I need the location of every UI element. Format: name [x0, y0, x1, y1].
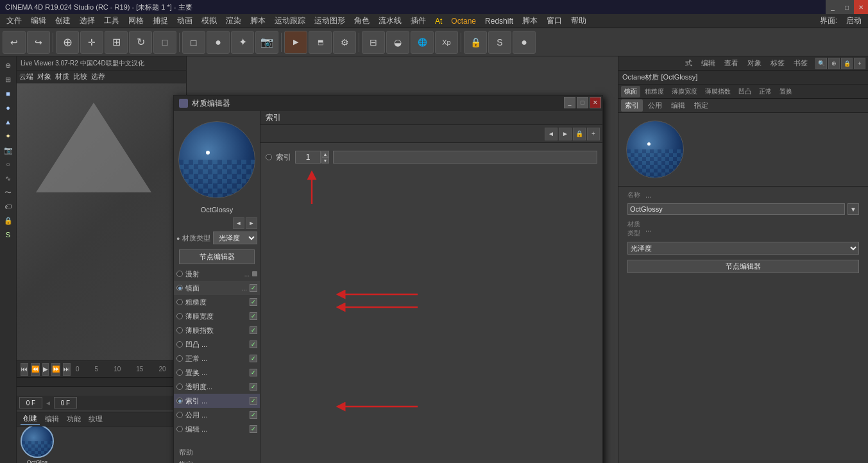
right-nav-lock[interactable]: 🔒: [573, 128, 586, 140]
menu-render[interactable]: 渲染: [222, 14, 245, 28]
rmp-node-editor-btn[interactable]: 节点编辑器: [627, 260, 859, 273]
viewport[interactable]: [17, 83, 186, 360]
sidebar-null-icon[interactable]: ○: [2, 158, 15, 171]
prop-mirror[interactable]: 镜面 ... ✓: [174, 281, 260, 295]
sidebar-select-icon[interactable]: ⊕: [2, 59, 15, 72]
lv-select[interactable]: 选荐: [91, 72, 105, 81]
rmp-name-icon[interactable]: ▼: [847, 203, 859, 215]
menu-sim[interactable]: 模拟: [198, 14, 221, 28]
menu-octane[interactable]: Octane: [447, 15, 480, 27]
tl-next[interactable]: ⏩: [51, 363, 60, 376]
sidebar-cube-icon[interactable]: ■: [2, 87, 15, 100]
prop-edit[interactable]: 编辑 ... ✓: [174, 422, 260, 436]
rmp-ptab-normal[interactable]: 正常: [756, 86, 775, 97]
rmp-tab-bookmark[interactable]: 书签: [790, 57, 812, 69]
rmp-sub-assign[interactable]: 指定: [690, 99, 712, 112]
dialog-maximize[interactable]: □: [577, 97, 588, 108]
toolbar-environ[interactable]: 🌐: [411, 31, 434, 54]
toolbar-select[interactable]: ⊕: [56, 31, 79, 54]
lv-object[interactable]: 对象: [37, 72, 51, 81]
toolbar-floor[interactable]: ⊟: [362, 31, 385, 54]
dialog-close[interactable]: ✕: [590, 97, 601, 108]
sidebar-camera-icon[interactable]: 📷: [2, 144, 15, 156]
sidebar-tag-icon[interactable]: 🏷: [2, 200, 15, 213]
mat-nav-prev[interactable]: ◄: [233, 217, 244, 229]
menu-create[interactable]: 创建: [51, 14, 74, 28]
rmp-tab-style[interactable]: 式: [681, 57, 696, 69]
prop-bump[interactable]: 凹凸 ... ✓: [174, 337, 260, 351]
rmp-ptab-film-ior[interactable]: 薄膜指数: [702, 86, 734, 97]
rmp-sub-index[interactable]: 索引: [621, 99, 643, 112]
toolbar-xpresso[interactable]: Xp: [435, 31, 458, 54]
toolbar-extra2[interactable]: S: [488, 31, 511, 54]
menu-mesh[interactable]: 网格: [124, 14, 148, 28]
rmp-sub-common[interactable]: 公用: [644, 99, 666, 112]
prop-normal[interactable]: 正常 ... ✓: [174, 351, 260, 366]
menu-snap[interactable]: 捕捉: [149, 14, 172, 28]
dialog-minimize[interactable]: _: [564, 97, 575, 108]
rmp-tab-edit[interactable]: 编辑: [697, 57, 719, 69]
toolbar-render-settings[interactable]: ⚙: [333, 31, 356, 54]
rmp-tab-view[interactable]: 查看: [720, 57, 742, 69]
menu-select[interactable]: 选择: [76, 14, 99, 28]
prop-film-ior[interactable]: 薄膜指数 ✓: [174, 323, 260, 337]
footer-assign[interactable]: 指定.: [176, 459, 257, 463]
toolbar-box[interactable]: □: [153, 31, 176, 54]
right-nav-next[interactable]: ►: [559, 128, 572, 140]
current-frame-input[interactable]: [19, 397, 42, 408]
spin-up[interactable]: ▲: [321, 151, 329, 157]
toolbar-scale[interactable]: ⊞: [105, 31, 128, 54]
sidebar-light-icon[interactable]: ✦: [2, 130, 15, 142]
tl-play[interactable]: ▶: [42, 363, 49, 376]
right-nav-prev[interactable]: ◄: [545, 128, 557, 140]
menu-window[interactable]: 窗口: [543, 14, 566, 28]
toolbar-extra1[interactable]: 🔒: [464, 31, 487, 54]
mat-nav-next[interactable]: ►: [246, 217, 257, 229]
tl-prev[interactable]: ⏪: [31, 363, 40, 376]
toolbar-camera[interactable]: 📷: [255, 31, 278, 54]
sidebar-move-icon[interactable]: ⊞: [2, 73, 15, 86]
sidebar-spline-icon[interactable]: ∿: [2, 172, 15, 185]
rmp-search-icon[interactable]: 🔍: [815, 58, 827, 69]
minimize-button[interactable]: _: [826, 0, 840, 14]
toolbar-undo[interactable]: ↩: [3, 31, 26, 54]
mat-tab-create[interactable]: 创建: [21, 413, 40, 425]
menu-tools[interactable]: 工具: [100, 14, 123, 28]
tl-end[interactable]: ⏭: [63, 363, 71, 376]
prop-index[interactable]: 索引 ... ✓: [174, 394, 260, 408]
toolbar-render-region[interactable]: ⬒: [309, 31, 332, 54]
tl-start[interactable]: ⏮: [21, 363, 28, 376]
timeline-track[interactable]: [17, 387, 186, 396]
lv-cloud[interactable]: 云端: [19, 72, 33, 81]
footer-help[interactable]: 帮助: [176, 447, 257, 458]
dialog-title-bar[interactable]: 材质编辑器 _ □ ✕: [174, 96, 602, 111]
toolbar-cube[interactable]: ◻: [182, 31, 205, 54]
spin-down[interactable]: ▼: [321, 157, 329, 164]
prop-opacity[interactable]: 透明度... ✓: [174, 380, 260, 394]
right-nav-add[interactable]: +: [587, 128, 600, 140]
rmp-tab-object[interactable]: 对象: [744, 57, 765, 69]
rmp-zoom-icon[interactable]: ⊕: [828, 58, 840, 69]
rmp-ptab-film-width[interactable]: 薄膜宽度: [668, 86, 701, 97]
close-button[interactable]: ✕: [854, 0, 868, 14]
rmp-tab-tag[interactable]: 标签: [767, 57, 788, 69]
rmp-ptab-mirror[interactable]: 镜面: [621, 86, 640, 97]
menu-plugin[interactable]: 插件: [407, 14, 430, 28]
lv-material[interactable]: 材质: [55, 72, 69, 81]
menu-pipeline[interactable]: 流水线: [375, 14, 405, 28]
toolbar-extra3[interactable]: ●: [513, 31, 536, 54]
rmp-ptab-replace[interactable]: 置换: [776, 86, 796, 97]
rmp-type-select[interactable]: 光泽度 漫射: [627, 242, 859, 255]
menu-motion-graph[interactable]: 运动图形: [311, 14, 349, 28]
toolbar-render[interactable]: ▶: [284, 31, 307, 54]
rmp-name-input[interactable]: [627, 203, 845, 215]
rmp-ptab-bump[interactable]: 凹凸: [735, 86, 754, 97]
prop-film-width[interactable]: 薄膜宽度 ✓: [174, 309, 260, 323]
rmp-ptab-roughness[interactable]: 粗糙度: [642, 86, 667, 97]
rmp-lock2-icon[interactable]: 🔒: [841, 58, 853, 69]
menu-animate[interactable]: 动画: [173, 14, 196, 28]
menu-at[interactable]: At: [431, 15, 446, 27]
maximize-button[interactable]: □: [840, 0, 854, 14]
sidebar-s-icon[interactable]: S: [2, 228, 15, 241]
node-editor-button[interactable]: 节点编辑器: [179, 249, 255, 264]
